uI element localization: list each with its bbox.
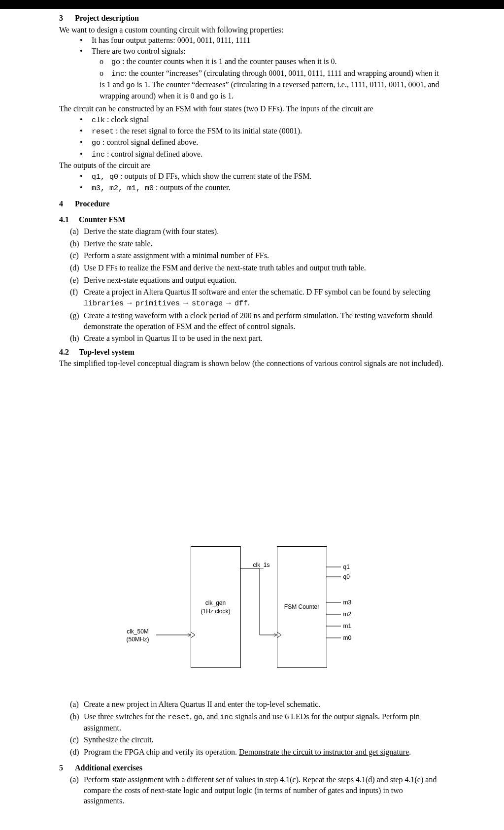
step-c: (c)Perform a state assignment with a min… <box>70 250 445 261</box>
step-g: (g)Create a testing waveform with a cloc… <box>70 310 445 332</box>
bullet-text: It has four output patterns: 0001, 0011,… <box>92 36 250 44</box>
reset-ref: reset <box>168 713 190 722</box>
step-e: (e)Derive next-state equations and outpu… <box>70 275 445 286</box>
bullet-icon: • <box>80 46 90 57</box>
step-f-a: Create a project in Altera Quartus II so… <box>84 288 431 296</box>
step-text: Derive next-state equations and output e… <box>84 275 445 286</box>
step-text: Perform a state assignment with a minima… <box>84 250 445 261</box>
bullet-icon: • <box>80 114 90 125</box>
bullet-icon: • <box>80 137 90 148</box>
enum-label: (b) <box>70 711 84 733</box>
step-f: (f) Create a project in Altera Quartus I… <box>70 287 445 309</box>
go-ref: go <box>194 713 202 722</box>
path-dff: dff <box>235 299 248 308</box>
step-a: (a)Derive the state diagram (with four s… <box>70 226 445 237</box>
arrow-icon: → <box>223 299 235 307</box>
subsection-title: Top-level system <box>79 348 134 356</box>
path-primitives: primitives <box>135 299 180 308</box>
section-number: 4 <box>59 199 73 209</box>
outputs-intro: The outputs of the circuit are <box>59 160 445 171</box>
go-ref: go <box>210 93 219 101</box>
page-1: 3 Project description We want to design … <box>0 13 504 463</box>
bullet-text: There are two control signals: <box>92 47 186 55</box>
bullet-control-signals: • There are two control signals: <box>59 46 445 57</box>
enum-label: (a) <box>70 226 84 237</box>
intro-text: We want to design a custom counting circ… <box>59 25 445 35</box>
inc-ref: inc <box>220 713 233 722</box>
page-2: clk_50M (50MHz) clk_gen (1Hz clock) clk_… <box>0 512 504 828</box>
fsm-text: The circuit can be constructed by an FSM… <box>59 103 445 114</box>
enum-label: (c) <box>70 250 84 261</box>
section-number: 5 <box>59 763 73 773</box>
signal-name: q1, q0 <box>92 173 118 181</box>
step-text: Synthesize the circuit. <box>84 734 445 745</box>
step-text: Create a symbol in Quartus II to be used… <box>84 333 445 344</box>
step-text: Create a project in Altera Quartus II so… <box>84 287 445 309</box>
section-title: Additional exercises <box>75 764 142 772</box>
enum-label: (a) <box>70 774 84 806</box>
step-text: Use D FFs to realize the FSM and derive … <box>84 263 445 273</box>
wires <box>114 512 390 689</box>
window-top-bar <box>0 0 504 9</box>
section-title: Project description <box>75 14 139 22</box>
signal-desc: : outputs of D FFs, which show the curre… <box>120 172 311 180</box>
signal-name: go <box>111 58 120 66</box>
subsection-4-2-heading: 4.2 Top-level system <box>59 347 445 358</box>
step-text: Use three switches for the reset, go, an… <box>84 711 445 733</box>
step-b: (b)Derive the state table. <box>70 238 445 249</box>
block-diagram: clk_50M (50MHz) clk_gen (1Hz clock) clk_… <box>114 512 390 689</box>
subsection-4-1-heading: 4.1 Counter FSM <box>59 214 445 225</box>
path-libraries: libraries <box>84 299 124 308</box>
step-d: (d)Use D FFs to realize the FSM and deri… <box>70 263 445 273</box>
bullet-icon: • <box>80 171 90 182</box>
enum-label: (g) <box>70 310 84 332</box>
subsection-4-2-intro: The simplified top-level conceptual diag… <box>59 358 445 369</box>
circle-bullet-icon: o <box>100 56 109 67</box>
enum-label: (c) <box>70 734 84 745</box>
subbullet-go: o go : the counter counts when it is 1 a… <box>59 56 445 67</box>
subsection-number: 4.1 <box>59 214 77 225</box>
arrow-icon: → <box>180 299 192 307</box>
signal-name: go <box>92 139 101 147</box>
signal-desc: : the reset signal to force the FSM to i… <box>116 127 302 135</box>
enum-label: (e) <box>70 275 84 286</box>
top-step-c: (c)Synthesize the circuit. <box>70 734 445 745</box>
subsection-title: Counter FSM <box>79 215 125 224</box>
step-text: Derive the state table. <box>84 238 445 249</box>
section-5-heading: 5 Additional exercises <box>59 763 445 773</box>
signal-name: inc <box>111 70 125 78</box>
enum-label: (d) <box>70 747 84 758</box>
subsection-number: 4.2 <box>59 347 77 358</box>
top-step-d: (d) Program the FPGA chip and verify its… <box>70 747 445 758</box>
signal-desc: : control signal defined above. <box>107 150 202 158</box>
tb-a: Use three switches for the <box>84 712 168 721</box>
td-a: Program the FPGA chip and verify its ope… <box>84 748 239 756</box>
section-number: 3 <box>59 13 73 24</box>
circle-bullet-icon: o <box>100 68 109 79</box>
td-underlined: Demonstrate the circuit to instructor an… <box>239 748 409 756</box>
path-storage: storage <box>192 299 223 308</box>
section-3-heading: 3 Project description <box>59 13 445 24</box>
step-text: Derive the state diagram (with four stat… <box>84 226 445 237</box>
top-step-b: (b) Use three switches for the reset, go… <box>70 711 445 733</box>
step-h: (h)Create a symbol in Quartus II to be u… <box>70 333 445 344</box>
input-inc: • inc : control signal defined above. <box>59 149 445 160</box>
enum-label: (h) <box>70 333 84 344</box>
section-4-heading: 4 Procedure <box>59 199 445 209</box>
enum-label: (f) <box>70 287 84 309</box>
step-text: Create a new project in Altera Quartus I… <box>84 699 445 710</box>
signal-name: reset <box>92 128 114 136</box>
signal-name: inc <box>92 151 105 159</box>
step-text: Program the FPGA chip and verify its ope… <box>84 747 445 758</box>
step-text: Create a testing waveform with a clock p… <box>84 310 445 332</box>
signal-name: clk <box>92 116 105 125</box>
bullet-icon: • <box>80 149 90 160</box>
bullet-icon: • <box>80 126 90 136</box>
td-period: . <box>409 748 411 756</box>
tb-b: , and <box>202 712 220 721</box>
enum-label: (b) <box>70 238 84 249</box>
output-m: • m3, m2, m1, m0 : outputs of the counte… <box>59 182 445 194</box>
enum-label: (a) <box>70 699 84 710</box>
arrow-icon: → <box>124 299 135 307</box>
input-go: • go : control signal defined above. <box>59 137 445 148</box>
